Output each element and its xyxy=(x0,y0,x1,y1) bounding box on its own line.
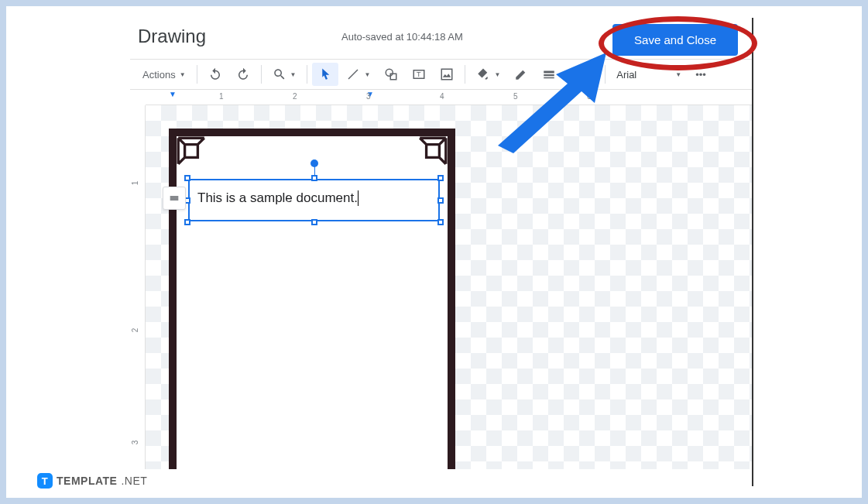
cursor-icon xyxy=(318,67,332,81)
dialog-header: Drawing Auto-saved at 10:44:18 AM Save a… xyxy=(130,18,753,59)
separator xyxy=(465,65,465,84)
image-tool-button[interactable] xyxy=(434,63,460,86)
toolbar: Actions▼ ▼ ▼ T ▼ ▼ Arial▼ ••• xyxy=(130,59,753,90)
line-tool-button[interactable]: ▼ xyxy=(340,63,376,86)
pencil-icon xyxy=(514,67,528,81)
drawing-canvas[interactable]: This is a sample document. xyxy=(146,105,753,469)
resize-handle-sw[interactable] xyxy=(184,219,190,225)
dropdown-caret-icon: ▼ xyxy=(364,71,370,78)
drag-handle-icon xyxy=(168,192,180,204)
ruler-tick: 1 xyxy=(219,92,224,101)
resize-handle-se[interactable] xyxy=(437,219,444,225)
resize-handle-n[interactable] xyxy=(311,175,317,181)
separator xyxy=(307,65,307,84)
more-icon: ••• xyxy=(695,69,706,81)
save-and-close-button[interactable]: Save and Close xyxy=(612,24,738,56)
ruler-tick: 6 xyxy=(587,92,592,101)
ruler-tick: 4 xyxy=(440,92,444,101)
svg-text:T: T xyxy=(417,70,421,78)
resize-handle-e[interactable] xyxy=(437,197,444,204)
dropdown-caret-icon: ▼ xyxy=(180,71,186,78)
svg-point-0 xyxy=(386,69,393,76)
border-color-button[interactable] xyxy=(508,63,534,86)
actions-label: Actions xyxy=(142,69,176,81)
border-dash-button[interactable]: ▼ xyxy=(564,63,600,86)
horizontal-ruler[interactable]: ▼ 1 2 ▼ 3 4 5 6 xyxy=(146,90,753,105)
resize-handle-s[interactable] xyxy=(311,219,317,225)
select-tool-button[interactable] xyxy=(312,63,338,86)
line-weight-icon xyxy=(542,67,556,81)
vertical-ruler[interactable]: 1 2 3 xyxy=(130,105,146,469)
canvas-container: ▼ 1 2 ▼ 3 4 5 6 1 2 3 xyxy=(130,90,753,469)
rotation-handle[interactable] xyxy=(310,159,318,167)
ruler-tick: 3 xyxy=(366,92,371,101)
textbox-text[interactable]: This is a sample document. xyxy=(197,190,359,206)
paint-bucket-icon xyxy=(476,67,490,81)
shape-icon xyxy=(384,67,398,81)
font-label: Arial xyxy=(616,69,636,81)
redo-icon xyxy=(236,67,250,81)
resize-handle-nw[interactable] xyxy=(184,175,190,181)
undo-icon xyxy=(208,67,222,81)
ruler-guide-icon: ▼ xyxy=(169,90,177,98)
line-icon xyxy=(346,67,360,81)
zoom-button[interactable]: ▼ xyxy=(266,63,303,86)
dialog-title: Drawing xyxy=(138,26,206,47)
undo-button[interactable] xyxy=(202,63,228,86)
svg-rect-4 xyxy=(442,69,453,80)
resize-handle-ne[interactable] xyxy=(437,175,444,181)
more-options-button[interactable]: ••• xyxy=(689,63,712,86)
ruler-tick: 5 xyxy=(513,92,518,101)
text-wrap-handle[interactable] xyxy=(163,187,186,210)
watermark-logo-icon: T xyxy=(37,473,53,489)
textbox-selection[interactable]: This is a sample document. xyxy=(188,179,440,221)
frame-corner-icon xyxy=(417,135,449,167)
dropdown-caret-icon: ▼ xyxy=(494,71,500,78)
actions-menu[interactable]: Actions▼ xyxy=(136,63,192,86)
ruler-tick: 3 xyxy=(131,441,139,445)
fill-color-button[interactable]: ▼ xyxy=(470,63,506,86)
separator xyxy=(605,65,606,84)
autosave-status: Auto-saved at 10:44:18 AM xyxy=(341,31,463,43)
separator xyxy=(197,65,197,84)
textbox-tool-button[interactable]: T xyxy=(406,63,432,86)
dropdown-caret-icon: ▼ xyxy=(290,71,297,78)
watermark-text-thin: .NET xyxy=(121,475,147,487)
svg-rect-1 xyxy=(391,74,397,80)
shape-tool-button[interactable] xyxy=(378,63,404,86)
font-family-select[interactable]: Arial▼ xyxy=(610,66,688,84)
redo-button[interactable] xyxy=(230,63,256,86)
zoom-icon xyxy=(273,67,286,81)
separator xyxy=(261,65,262,84)
app-window: Drawing Auto-saved at 10:44:18 AM Save a… xyxy=(0,0,868,504)
line-dash-icon xyxy=(570,67,584,81)
ruler-tick: 1 xyxy=(131,181,139,186)
textbox-icon: T xyxy=(412,67,426,81)
dropdown-caret-icon: ▼ xyxy=(588,71,594,78)
ruler-tick: 2 xyxy=(131,328,139,333)
watermark-text: TEMPLATE xyxy=(57,475,117,487)
ruler-tick: 2 xyxy=(293,92,297,101)
border-weight-button[interactable] xyxy=(536,63,562,86)
dropdown-caret-icon: ▼ xyxy=(675,71,681,78)
frame-corner-icon xyxy=(175,135,208,167)
image-icon xyxy=(440,67,454,81)
panel-divider xyxy=(752,18,753,486)
watermark: T TEMPLATE.NET xyxy=(37,473,147,489)
dialog-content: Drawing Auto-saved at 10:44:18 AM Save a… xyxy=(130,18,753,486)
